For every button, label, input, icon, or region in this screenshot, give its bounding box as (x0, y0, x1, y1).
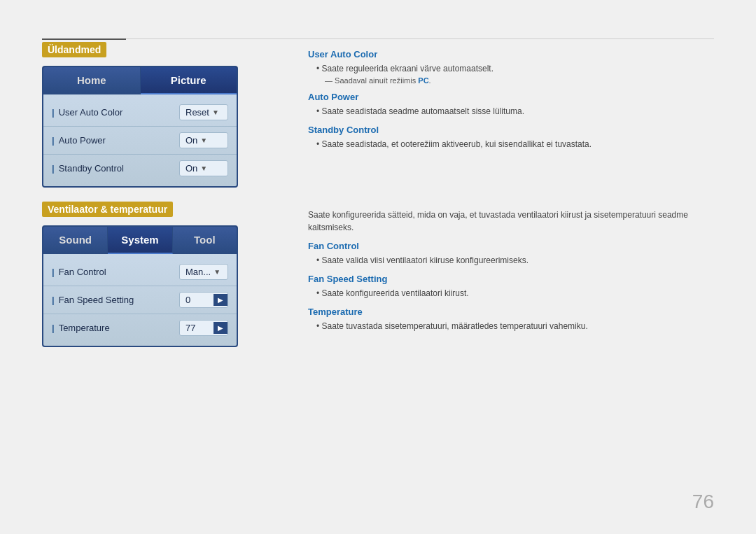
value-user-auto-color[interactable]: Reset ▼ (179, 104, 228, 120)
arrow-btn-temperature[interactable]: ▶ (214, 322, 227, 334)
menu-item-standby-control: Standby Control On ▼ (43, 155, 237, 182)
top-line-accent (42, 38, 126, 40)
desc-text-auto-power: Saate seadistada seadme automaatselt sis… (316, 105, 714, 118)
top-line (42, 38, 714, 39)
tab-sound[interactable]: Sound (43, 227, 108, 254)
tab-system[interactable]: System (108, 227, 172, 254)
section1: Üldandmed Home Picture User Auto Color R… (42, 42, 714, 188)
value-text-on2: On (186, 163, 197, 174)
value-text-temperature: 77 (180, 321, 214, 335)
value-text-man: Man... (186, 267, 211, 277)
section2: Ventilaator & temperatuur Sound System T… (42, 202, 714, 347)
section2-menu-panel: Sound System Tool Fan Control Man... ▼ (42, 225, 238, 347)
label-fan-speed: Fan Speed Setting (52, 295, 179, 305)
desc-title-standby-control: Standby Control (308, 125, 714, 135)
section1-menu-panel: Home Picture User Auto Color Reset ▼ (42, 66, 238, 188)
arrow-btn-fan-speed[interactable]: ▶ (214, 294, 227, 306)
label-standby-control: Standby Control (52, 163, 179, 174)
desc-text-standby-control: Saate seadistada, et ooterežiim aktiveer… (316, 138, 714, 150)
value-text-on1: On (186, 135, 197, 146)
section2-right: Saate konfigureerida sätteid, mida on va… (308, 202, 714, 347)
label-fan-control: Fan Control (52, 267, 179, 277)
section1-menu-items: User Auto Color Reset ▼ Auto Power On ▼ (43, 94, 237, 186)
desc-note-user-auto-color: Saadaval ainuít režiimis PC. (325, 76, 714, 85)
section1-right: User Auto Color Saate reguleerida ekraan… (308, 42, 714, 188)
dropdown-arrow-on2: ▼ (200, 164, 207, 172)
label-temperature: Temperature (52, 323, 179, 333)
menu-item-auto-power: Auto Power On ▼ (43, 127, 237, 155)
menu-item-fan-control: Fan Control Man... ▼ (43, 258, 237, 286)
dropdown-arrow-reset: ▼ (212, 108, 219, 116)
value-fan-speed[interactable]: 0 ▶ (179, 292, 228, 308)
tab-picture[interactable]: Picture (141, 67, 237, 94)
value-text-reset: Reset (186, 107, 209, 118)
menu-item-fan-speed: Fan Speed Setting 0 ▶ (43, 286, 237, 314)
value-fan-control[interactable]: Man... ▼ (179, 264, 228, 280)
desc-text-fan-control: Saate valida viisi ventilaatori kiiruse … (316, 254, 714, 267)
section1-heading: Üldandmed (42, 42, 106, 57)
section2-tabs: Sound System Tool (43, 227, 237, 254)
section2-heading: Ventilaator & temperatuur (42, 202, 173, 217)
menu-item-user-auto-color: User Auto Color Reset ▼ (43, 99, 237, 127)
desc-text-fan-speed: Saate konfigureerida ventilaatori kiirus… (316, 287, 714, 300)
desc-title-fan-speed: Fan Speed Setting (308, 274, 714, 284)
page: Üldandmed Home Picture User Auto Color R… (0, 0, 756, 534)
section2-left: Ventilaator & temperatuur Sound System T… (42, 202, 280, 347)
desc-text-temperature: Saate tuvastada sisetemperatuuri, määrat… (316, 320, 714, 332)
dropdown-arrow-man: ▼ (214, 268, 220, 276)
menu-item-temperature: Temperature 77 ▶ (43, 314, 237, 342)
tab-home[interactable]: Home (43, 67, 141, 94)
section1-tabs: Home Picture (43, 67, 237, 94)
page-number: 76 (692, 491, 714, 513)
desc-title-fan-control: Fan Control (308, 241, 714, 251)
dropdown-arrow-on1: ▼ (200, 136, 207, 144)
desc-title-user-auto-color: User Auto Color (308, 49, 714, 59)
wide-desc-section2: Saate konfigureerida sätteid, mida on va… (308, 209, 714, 234)
label-auto-power: Auto Power (52, 135, 179, 146)
highlight-pc: PC (418, 76, 428, 85)
desc-text-user-auto-color: Saate reguleerida ekraani värve automaat… (316, 62, 714, 75)
section1-left: Üldandmed Home Picture User Auto Color R… (42, 42, 280, 188)
section2-content: Ventilaator & temperatuur Sound System T… (42, 202, 714, 347)
desc-title-temperature: Temperature (308, 307, 714, 317)
value-standby-control[interactable]: On ▼ (179, 160, 228, 176)
section1-content: Üldandmed Home Picture User Auto Color R… (42, 42, 714, 188)
label-user-auto-color: User Auto Color (52, 107, 179, 118)
value-temperature[interactable]: 77 ▶ (179, 320, 228, 336)
value-text-fan-speed: 0 (180, 293, 214, 307)
tab-tool[interactable]: Tool (173, 227, 237, 254)
section2-menu-items: Fan Control Man... ▼ Fan Speed Setting 0… (43, 254, 237, 346)
value-auto-power[interactable]: On ▼ (179, 132, 228, 148)
desc-title-auto-power: Auto Power (308, 92, 714, 102)
